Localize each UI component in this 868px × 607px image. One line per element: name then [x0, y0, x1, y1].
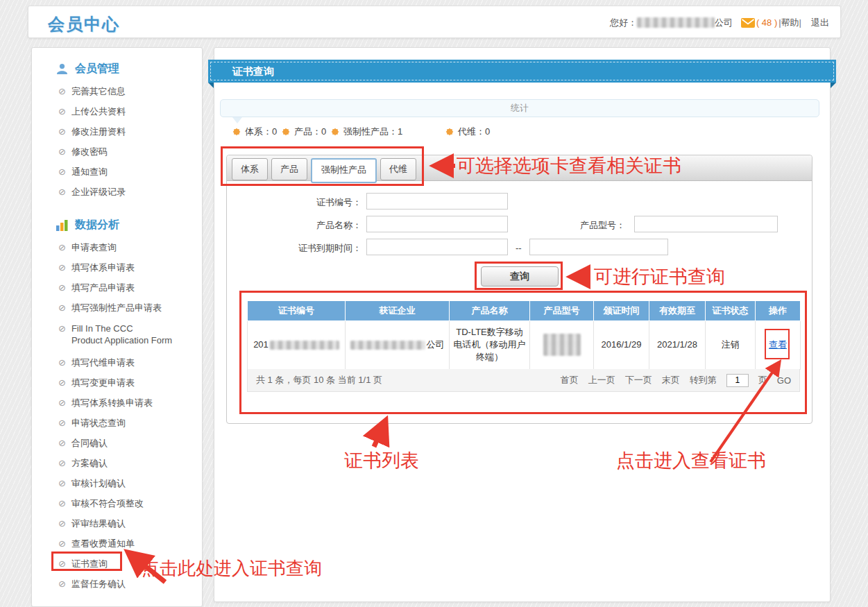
greeting-prefix: 您好：	[610, 17, 637, 29]
sidebar-item-application-query[interactable]: ⊘申请表查询	[32, 238, 202, 258]
sidebar-item-change-password[interactable]: ⊘修改密码	[32, 142, 202, 162]
star-icon	[330, 127, 340, 137]
sidebar-item-plan-confirm[interactable]: ⊘方案确认	[32, 454, 202, 474]
check-circle-icon: ⊘	[58, 438, 66, 447]
check-circle-icon: ⊘	[58, 283, 66, 292]
table-row: 201 公司 TD-LTE数字移动电话机（移动用户终端） 2016/1/29 2…	[248, 320, 801, 369]
view-link[interactable]: 查看	[769, 339, 787, 351]
stat-daiwei: 代维：0	[445, 126, 490, 138]
sidebar-item-ccc-application[interactable]: ⊘Fill In The CCC Product Application For…	[32, 318, 202, 353]
check-circle-icon: ⊘	[58, 187, 66, 196]
cell-status: 注销	[706, 320, 756, 369]
mail-icon[interactable]	[741, 18, 755, 28]
ribbon-fold	[831, 83, 836, 88]
page-number-input[interactable]	[726, 374, 749, 387]
check-circle-icon: ⊘	[58, 358, 66, 367]
first-page-link[interactable]: 首页	[561, 374, 579, 386]
sidebar-item-system-application[interactable]: ⊘填写体系申请表	[32, 258, 202, 278]
product-model-input[interactable]	[634, 216, 778, 232]
cell-action: 查看	[756, 320, 801, 369]
go-button[interactable]: GO	[777, 375, 791, 386]
check-circle-icon: ⊘	[58, 167, 66, 176]
check-circle-icon: ⊘	[58, 519, 66, 528]
sidebar-item-compulsory-application[interactable]: ⊘填写强制性产品申请表	[32, 298, 202, 318]
sidebar-item-daiwei-application[interactable]: ⊘填写代维申请表	[32, 353, 202, 373]
sidebar-item-product-application[interactable]: ⊘填写产品申请表	[32, 278, 202, 298]
sidebar-item-change-application[interactable]: ⊘填写变更申请表	[32, 373, 202, 393]
check-circle-icon: ⊘	[58, 324, 66, 333]
check-circle-icon: ⊘	[58, 459, 66, 468]
cell-valid-until: 2021/1/28	[649, 320, 706, 369]
table-header-row: 证书编号 获证企业 产品名称 产品型号 颁证时间 有效期至 证书状态 操作	[248, 301, 801, 320]
sidebar-item-cert-query[interactable]: ⊘ 证书查询 点击此处进入证书查询	[32, 554, 202, 574]
sidebar-item-rating-record[interactable]: ⊘企业评级记录	[32, 182, 202, 203]
mail-count[interactable]: ( 48 )	[756, 17, 777, 28]
star-icon	[232, 127, 241, 137]
site-logo: 会员中心	[48, 13, 120, 35]
star-icon	[281, 127, 291, 137]
main-panel: 统计 体系：0 产品：0 强制性产品：1 代维：0 体系 产品 强制性产品 代维	[214, 47, 831, 602]
company-name-redacted	[637, 17, 715, 28]
panel-title: 证书查询	[232, 60, 274, 83]
cert-no-input[interactable]	[366, 193, 508, 210]
cert-no-redacted	[270, 341, 339, 350]
product-name-label: 产品名称：	[214, 217, 361, 234]
goto-prefix: 转到第	[690, 374, 717, 386]
next-page-link[interactable]: 下一页	[625, 374, 652, 386]
cell-product-name: TD-LTE数字移动电话机（移动用户终端）	[450, 320, 530, 369]
col-company: 获证企业	[346, 301, 450, 320]
sidebar-item-audit-plan-confirm[interactable]: ⊘审核计划确认	[32, 474, 202, 494]
greeting-suffix: 公司	[715, 17, 733, 29]
col-cert-no: 证书编号	[248, 301, 346, 320]
sidebar: 会员管理 ⊘完善其它信息 ⊘上传公共资料 ⊘修改注册资料 ⊘修改密码 ⊘通知查询…	[31, 47, 203, 607]
cell-issue-date: 2016/1/29	[594, 320, 649, 369]
logout-link[interactable]: 退出	[811, 17, 829, 29]
sidebar-item-notice-query[interactable]: ⊘通知查询	[32, 162, 202, 182]
panel-title-ribbon: 证书查询	[208, 60, 836, 83]
sidebar-item-supervision-confirm[interactable]: ⊘监督任务确认	[32, 574, 202, 595]
ribbon-fold	[208, 83, 214, 88]
star-icon	[445, 127, 454, 137]
stats-box: 统计	[220, 99, 819, 117]
sidebar-item-nonconformity[interactable]: ⊘审核不符合项整改	[32, 494, 202, 514]
check-circle-icon: ⊘	[58, 539, 66, 548]
certificate-table: 证书编号 获证企业 产品名称 产品型号 颁证时间 有效期至 证书状态 操作 20…	[247, 301, 801, 370]
check-circle-icon: ⊘	[58, 107, 66, 116]
stat-system: 体系：0	[232, 126, 277, 138]
tab-daiwei[interactable]: 代维	[380, 158, 416, 180]
check-circle-icon: ⊘	[58, 499, 66, 508]
stat-product: 产品：0	[281, 126, 326, 138]
check-circle-icon: ⊘	[58, 378, 66, 387]
help-link[interactable]: 帮助	[781, 17, 799, 29]
sidebar-section-member: 会员管理	[32, 56, 202, 82]
top-bar: 会员中心 您好： 公司 ( 48 ) | 帮助 | 退出	[28, 6, 841, 38]
sidebar-item-review-result[interactable]: ⊘评审结果确认	[32, 514, 202, 534]
tab-product[interactable]: 产品	[271, 158, 307, 180]
sidebar-item-application-status[interactable]: ⊘申请状态查询	[32, 413, 202, 434]
sidebar-item-complete-info[interactable]: ⊘完善其它信息	[32, 82, 202, 102]
query-button[interactable]: 查询	[481, 266, 559, 287]
tab-strip: 体系 产品 强制性产品 代维	[227, 155, 812, 181]
tab-system[interactable]: 体系	[232, 158, 268, 180]
expire-end-input[interactable]	[529, 239, 668, 255]
company-redacted	[350, 341, 425, 350]
tab-compulsory-product[interactable]: 强制性产品	[311, 158, 377, 183]
model-redacted	[543, 334, 581, 356]
separator: |	[799, 17, 801, 28]
check-circle-icon: ⊘	[58, 147, 66, 156]
cell-cert-no: 201	[248, 320, 346, 369]
prev-page-link[interactable]: 上一页	[588, 374, 615, 386]
sidebar-item-contract-confirm[interactable]: ⊘合同确认	[32, 434, 202, 454]
check-circle-icon: ⊘	[58, 418, 66, 427]
cell-company: 公司	[346, 320, 450, 369]
expire-start-input[interactable]	[366, 239, 508, 255]
check-circle-icon: ⊘	[58, 579, 66, 588]
sidebar-item-system-conversion[interactable]: ⊘填写体系转换申请表	[32, 393, 202, 413]
cell-product-model	[530, 320, 594, 369]
sidebar-item-fee-notice[interactable]: ⊘查看收费通知单	[32, 534, 202, 554]
sidebar-item-modify-registration[interactable]: ⊘修改注册资料	[32, 122, 202, 142]
last-page-link[interactable]: 末页	[662, 374, 680, 386]
sidebar-item-upload-public[interactable]: ⊘上传公共资料	[32, 102, 202, 122]
col-valid-until: 有效期至	[649, 301, 706, 320]
page: 会员中心 您好： 公司 ( 48 ) | 帮助 | 退出 会员管理 ⊘完善其它信	[0, 0, 868, 607]
